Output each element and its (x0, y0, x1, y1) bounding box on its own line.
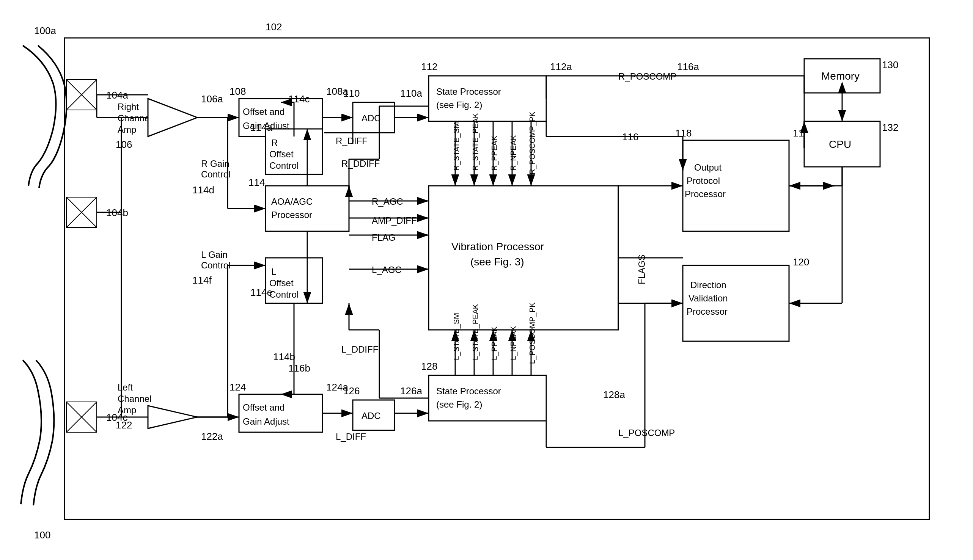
ref-112: 112 (421, 61, 437, 72)
aoa-agc-label2: Processor (271, 210, 312, 220)
r-poscomp-pk-label: R_POSCOMP_PK (528, 112, 537, 174)
ref-100: 100 (34, 529, 50, 541)
l-poscomp-pk-label: L_POSCOMP_PK (528, 302, 537, 364)
output-proc-label: Output (694, 162, 721, 173)
l-offset-ctrl-label3: Control (269, 289, 299, 300)
l-gain-ctrl-label2: Control (201, 260, 230, 270)
cpu-label: CPU (829, 138, 851, 150)
r-adc-label: ADC (362, 113, 381, 123)
r-state-peak-label: R_STATE_PEAK (471, 113, 480, 171)
ref-126: 126 (343, 385, 360, 397)
ref-116b: 116b (288, 362, 310, 374)
ref-110a: 110a (400, 88, 422, 99)
ref-102: 102 (265, 21, 282, 33)
l-gain-ctrl-label: L Gain (201, 250, 228, 260)
r-diff-label: R_DIFF (336, 136, 367, 146)
vibration-proc-label: Vibration Processor (451, 241, 544, 253)
ref-114e: 114e (250, 287, 272, 298)
ref-114d: 114d (192, 184, 214, 196)
amp-diff-label: AMP_DIFF (372, 215, 417, 226)
l-adc-label: ADC (362, 411, 381, 421)
ref-110: 110 (343, 88, 360, 99)
ref-122: 122 (116, 419, 132, 431)
svg-rect-38 (429, 375, 546, 421)
l-state-proc-label: State Processor (436, 386, 501, 396)
l-poscomp-label: L_POSCOMP (618, 428, 675, 438)
l-diff-label: L_DIFF (336, 432, 366, 442)
r-state-proc-label: State Processor (436, 87, 501, 97)
r-gain-ctrl-label: R Gain (201, 158, 230, 169)
r-state-sm-label: R_STATE_SM (452, 122, 461, 171)
left-channel-amp-label3: Amp (118, 405, 136, 415)
vibration-proc-label2: (see Fig. 3) (471, 256, 524, 268)
l-state-peak-label: L_STATE_PEAK (471, 304, 480, 360)
l-offset-ctrl-label2: Offset (269, 278, 294, 288)
r-ddiff-label: R_DDIFF (341, 158, 380, 169)
left-channel-amp-label: Left (118, 382, 133, 392)
svg-rect-28 (265, 186, 349, 231)
output-proc-label2: Protocol (687, 175, 720, 186)
l-offset-gain-label2: Gain Adjust (243, 416, 289, 427)
ref-126a: 126a (400, 385, 422, 397)
dir-val-label2: Validation (689, 293, 728, 303)
ref-114f: 114f (192, 275, 212, 286)
ref-124: 124 (230, 382, 246, 393)
ref-106a: 106a (201, 93, 223, 105)
diagram-container: 100a 100 102 104a 104b 104c Right Channe… (0, 0, 973, 560)
dir-val-label3: Processor (687, 307, 728, 317)
ref-108: 108 (230, 86, 246, 97)
ref-128a: 128a (603, 389, 625, 400)
r-offset-gain-label: Offset and (243, 107, 284, 117)
ref-114a: 114a (250, 122, 272, 133)
r-state-proc-label2: (see Fig. 2) (436, 100, 482, 110)
ref-120: 120 (793, 256, 809, 268)
r-gain-ctrl-label2: Control (201, 169, 230, 179)
ref-112a: 112a (550, 61, 572, 72)
flag-label: FLAG (372, 232, 396, 243)
svg-rect-34 (239, 394, 322, 432)
r-npeak-label: R_NPEAK (509, 135, 518, 171)
l-ddiff-label: L_DDIFF (341, 344, 378, 355)
svg-rect-56 (683, 265, 789, 341)
ref-132: 132 (882, 122, 898, 133)
l-offset-gain-label: Offset and (243, 402, 284, 413)
l-npeak-label: L_NPEAK (509, 326, 518, 360)
ref-106: 106 (116, 139, 132, 150)
ref-114: 114 (249, 177, 265, 188)
r-offset-ctrl-label2: Offset (269, 149, 294, 159)
l-state-sm-label: L_STATE_SM (452, 313, 461, 360)
ref-122a: 122a (201, 431, 223, 442)
ref-100a: 100a (34, 25, 56, 37)
r-ppeak-label: R_PPEAK (490, 135, 499, 171)
right-channel-amp-label: Right (118, 102, 139, 112)
svg-rect-55 (683, 140, 789, 231)
l-offset-ctrl-label: L (271, 267, 276, 277)
memory-label: Memory (821, 70, 860, 82)
dir-val-label: Direction (690, 280, 726, 290)
l-state-proc-label2: (see Fig. 2) (436, 399, 482, 410)
circuit-diagram: 100a 100 102 104a 104b 104c Right Channe… (0, 0, 973, 560)
r-offset-ctrl-label: R (271, 138, 278, 148)
r-offset-ctrl-label3: Control (269, 160, 299, 171)
ref-130: 130 (882, 59, 898, 70)
ref-114b: 114b (273, 351, 295, 362)
output-proc-label3: Processor (685, 189, 726, 199)
flags-label: FLAGS (636, 254, 647, 284)
right-channel-amp-label3: Amp (118, 124, 136, 135)
ref-128: 128 (421, 360, 437, 372)
aoa-agc-label: AOA/AGC (271, 197, 312, 207)
ref-116a: 116a (677, 61, 699, 72)
left-channel-amp-label2: Channel (118, 393, 151, 404)
l-ppeak-label: L_PPEAK (490, 326, 499, 360)
